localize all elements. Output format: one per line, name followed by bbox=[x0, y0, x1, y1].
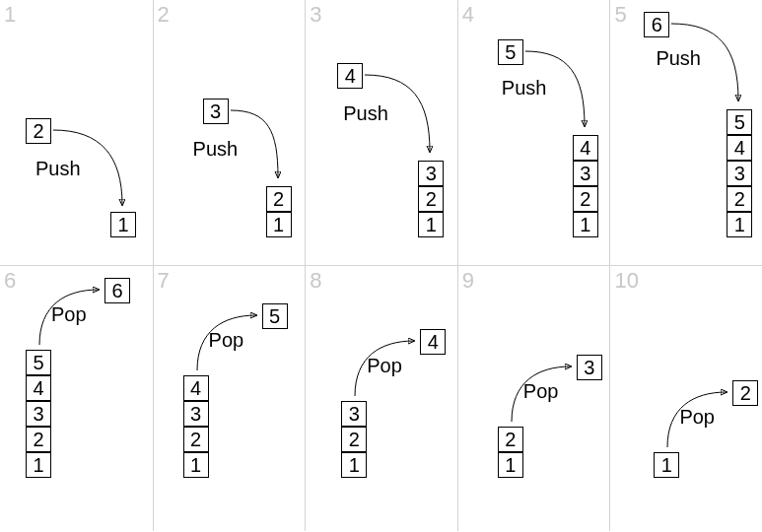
step-1: 1 2 Push 1 bbox=[0, 0, 153, 266]
push-value-box: 6 bbox=[644, 12, 669, 37]
diagram-grid: 1 2 Push 1 2 3 Push 2 1 3 4 Push 3 2 1 bbox=[0, 0, 762, 531]
stack-cell: 3 bbox=[26, 401, 51, 427]
operation-label: Pop bbox=[209, 329, 244, 352]
stack-cell: 1 bbox=[498, 452, 523, 478]
pop-value-box: 4 bbox=[420, 329, 446, 355]
push-arrow bbox=[523, 47, 607, 136]
stack-cell: 1 bbox=[341, 452, 367, 478]
step-8: 8 3 2 1 Pop 4 bbox=[305, 266, 457, 532]
push-arrow bbox=[669, 20, 758, 108]
pop-value-box: 2 bbox=[732, 380, 758, 406]
push-value-box: 4 bbox=[337, 63, 363, 89]
pop-value-box: 6 bbox=[104, 278, 130, 303]
stack-cell: 2 bbox=[573, 186, 598, 212]
step-number: 4 bbox=[462, 2, 474, 28]
operation-label: Pop bbox=[679, 406, 715, 429]
step-number: 1 bbox=[4, 2, 16, 28]
step-number: 5 bbox=[614, 2, 626, 28]
step-4: 4 5 Push 4 3 2 1 bbox=[457, 0, 610, 266]
stack-cell: 1 bbox=[573, 212, 598, 237]
operation-label: Pop bbox=[51, 303, 87, 326]
stack-cell: 2 bbox=[727, 186, 752, 212]
operation-label: Pop bbox=[367, 355, 402, 377]
stack-cell: 2 bbox=[266, 186, 292, 212]
step-3: 3 4 Push 3 2 1 bbox=[305, 0, 457, 266]
stack-cell: 1 bbox=[266, 212, 292, 237]
push-value-box: 2 bbox=[26, 118, 51, 144]
stack-cell: 4 bbox=[26, 375, 51, 401]
stack-cell: 2 bbox=[183, 427, 209, 452]
step-7: 7 4 3 2 1 Pop 5 bbox=[153, 266, 306, 532]
step-number: 6 bbox=[4, 268, 16, 294]
stack-cell: 2 bbox=[418, 186, 444, 212]
stack-cell: 1 bbox=[727, 212, 752, 237]
push-arrow bbox=[51, 126, 135, 215]
pop-value-box: 3 bbox=[577, 355, 602, 380]
stack-cell: 2 bbox=[26, 427, 51, 452]
step-9: 9 2 1 Pop 3 bbox=[457, 266, 610, 532]
step-number: 10 bbox=[614, 268, 638, 294]
step-5: 5 6 Push 5 4 3 2 1 bbox=[609, 0, 762, 266]
pop-value-box: 5 bbox=[262, 303, 288, 329]
stack-cell: 1 bbox=[418, 212, 444, 237]
stack-cell: 2 bbox=[341, 427, 367, 452]
step-6: 6 5 4 3 2 1 Pop 6 bbox=[0, 266, 153, 532]
push-value-box: 3 bbox=[203, 99, 229, 124]
stack-cell: 3 bbox=[418, 161, 444, 186]
step-number: 7 bbox=[158, 268, 170, 294]
push-arrow bbox=[363, 71, 447, 162]
stack-cell: 1 bbox=[183, 452, 209, 478]
step-number: 2 bbox=[158, 2, 170, 28]
push-value-box: 5 bbox=[498, 39, 523, 65]
stack-cell: 1 bbox=[26, 452, 51, 478]
stack-cell: 5 bbox=[727, 109, 752, 135]
stack-cell: 3 bbox=[573, 161, 598, 186]
stack-cell: 1 bbox=[110, 212, 136, 237]
step-10: 10 1 Pop 2 bbox=[609, 266, 762, 532]
operation-label: Pop bbox=[523, 380, 559, 403]
stack-cell: 3 bbox=[727, 161, 752, 186]
stack-cell: 4 bbox=[727, 135, 752, 161]
step-number: 9 bbox=[462, 268, 474, 294]
stack-cell: 3 bbox=[183, 401, 209, 427]
step-number: 3 bbox=[310, 2, 321, 28]
step-2: 2 3 Push 2 1 bbox=[153, 0, 306, 266]
step-number: 8 bbox=[310, 268, 321, 294]
push-arrow bbox=[229, 106, 308, 185]
stack-cell: 4 bbox=[573, 135, 598, 161]
